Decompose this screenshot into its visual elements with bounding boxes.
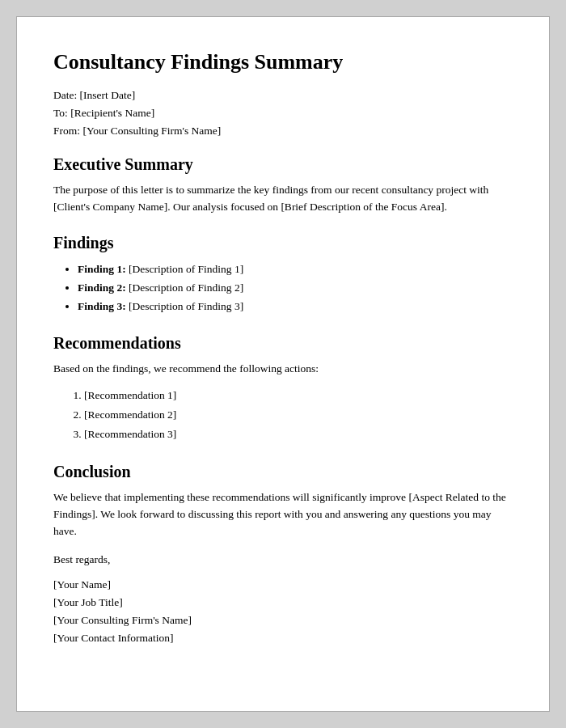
- list-item: [Recommendation 2]: [84, 405, 513, 425]
- findings-list: Finding 1: [Description of Finding 1] Fi…: [78, 260, 513, 316]
- signature-contact: [Your Contact Information]: [53, 629, 513, 647]
- recommendations-intro: Based on the findings, we recommend the …: [53, 361, 513, 378]
- date-line: Date: [Insert Date]: [53, 89, 513, 102]
- executive-summary-body: The purpose of this letter is to summari…: [53, 182, 513, 216]
- from-line: From: [Your Consulting Firm's Name]: [53, 125, 513, 138]
- recommendations-heading: Recommendations: [53, 334, 513, 353]
- to-line: To: [Recipient's Name]: [53, 107, 513, 120]
- list-item: [Recommendation 3]: [84, 425, 513, 444]
- list-item: [Recommendation 1]: [84, 386, 513, 405]
- findings-heading: Findings: [53, 234, 513, 252]
- conclusion-body: We believe that implementing these recom…: [53, 489, 513, 540]
- conclusion-heading: Conclusion: [53, 463, 513, 481]
- recommendations-list: [Recommendation 1] [Recommendation 2] [R…: [84, 386, 513, 445]
- list-item: Finding 1: [Description of Finding 1]: [78, 260, 513, 279]
- closing-line: Best regards,: [53, 551, 513, 569]
- finding-3-label: Finding 3:: [78, 300, 126, 312]
- document-title: Consultancy Findings Summary: [53, 49, 513, 74]
- finding-2-label: Finding 2:: [78, 281, 126, 294]
- executive-summary-heading: Executive Summary: [53, 155, 513, 174]
- finding-1-desc: [Description of Finding 1]: [129, 263, 243, 275]
- signature-title: [Your Job Title]: [53, 594, 513, 612]
- document-container: Consultancy Findings Summary Date: [Inse…: [16, 16, 550, 712]
- signature-firm: [Your Consulting Firm's Name]: [53, 612, 513, 629]
- list-item: Finding 3: [Description of Finding 3]: [78, 298, 513, 316]
- finding-3-desc: [Description of Finding 3]: [129, 300, 243, 312]
- signature-block: Best regards, [Your Name] [Your Job Titl…: [53, 551, 513, 647]
- list-item: Finding 2: [Description of Finding 2]: [78, 279, 513, 298]
- finding-1-label: Finding 1:: [78, 263, 126, 275]
- signature-name: [Your Name]: [53, 576, 513, 594]
- finding-2-desc: [Description of Finding 2]: [129, 281, 243, 294]
